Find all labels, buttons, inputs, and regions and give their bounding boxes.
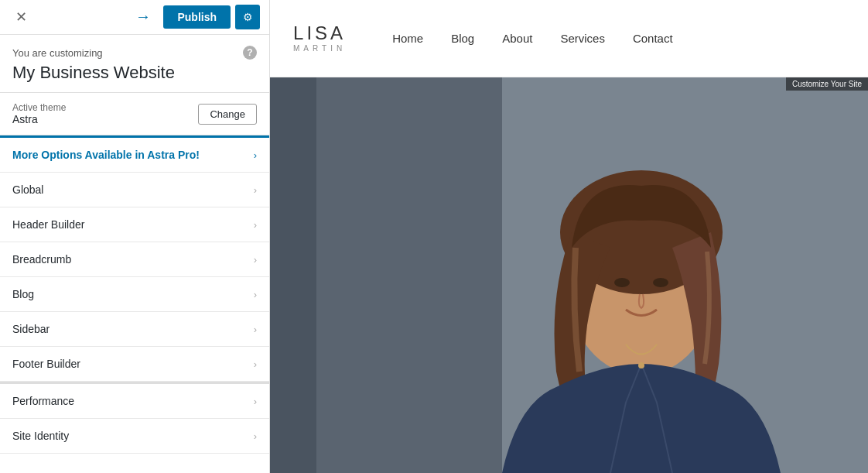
settings-button[interactable]: ⚙ xyxy=(235,5,260,29)
chevron-right-icon: › xyxy=(254,289,257,300)
right-panel: LISA MARTIN HomeBlogAboutServicesContact xyxy=(270,0,868,473)
menu-list: More Options Available in Astra Pro!›Glo… xyxy=(0,135,269,473)
chevron-right-icon: › xyxy=(254,219,257,231)
svg-point-8 xyxy=(653,278,668,287)
left-panel: ✕ → Publish ⚙ You are customizing ? My B… xyxy=(0,0,270,473)
website-mockup: LISA MARTIN HomeBlogAboutServicesContact xyxy=(270,0,868,473)
nav-links: HomeBlogAboutServicesContact xyxy=(392,32,672,45)
gear-icon: ⚙ xyxy=(243,11,253,23)
menu-item-global[interactable]: Global› xyxy=(0,173,269,207)
top-bar: ✕ → Publish ⚙ xyxy=(0,0,269,35)
menu-item-performance[interactable]: Performance› xyxy=(0,382,269,419)
active-theme-info: Active theme Astra xyxy=(12,102,66,125)
active-theme-section: Active theme Astra Change xyxy=(0,93,269,135)
customizing-text: You are customizing xyxy=(12,47,103,59)
menu-item-header-builder[interactable]: Header Builder› xyxy=(0,207,269,242)
nav-link-home[interactable]: Home xyxy=(392,32,423,45)
menu-item-footer-builder[interactable]: Footer Builder› xyxy=(0,347,269,382)
nav-link-blog[interactable]: Blog xyxy=(451,32,474,45)
active-theme-label: Active theme xyxy=(12,102,66,113)
nav-link-about[interactable]: About xyxy=(502,32,532,45)
menu-item-label: Sidebar xyxy=(12,323,50,335)
menu-item-site-identity[interactable]: Site Identity› xyxy=(0,419,269,454)
menu-item-breadcrumb[interactable]: Breadcrumb› xyxy=(0,242,269,277)
customizing-section: You are customizing ? My Business Websit… xyxy=(0,35,269,93)
close-icon: ✕ xyxy=(15,9,27,25)
active-theme-name: Astra xyxy=(12,113,66,125)
hero-area: Customize Your Site xyxy=(270,77,868,473)
menu-item-label: Site Identity xyxy=(12,430,69,442)
chevron-right-icon: › xyxy=(254,396,257,407)
menu-item-more-options-available-in-astra-pro[interactable]: More Options Available in Astra Pro!› xyxy=(0,138,269,173)
svg-rect-2 xyxy=(270,77,316,473)
site-title: My Business Website xyxy=(12,63,257,83)
chevron-right-icon: › xyxy=(254,358,257,370)
menu-item-label: Global xyxy=(12,183,43,196)
menu-item-sidebar[interactable]: Sidebar› xyxy=(0,312,269,347)
svg-point-9 xyxy=(638,362,644,368)
site-tooltip: Customize Your Site xyxy=(786,77,868,91)
site-nav: LISA MARTIN HomeBlogAboutServicesContact xyxy=(270,0,868,77)
publish-button[interactable]: Publish xyxy=(163,5,231,29)
arrow-indicator: → xyxy=(135,8,151,26)
menu-item-blog[interactable]: Blog› xyxy=(0,277,269,312)
customizing-label: You are customizing ? xyxy=(12,46,257,60)
top-bar-right: Publish ⚙ xyxy=(163,5,260,29)
menu-item-label: More Options Available in Astra Pro! xyxy=(12,149,200,161)
menu-item-label: Blog xyxy=(12,288,34,300)
chevron-right-icon: › xyxy=(254,324,257,335)
hero-person-image xyxy=(270,77,868,473)
change-theme-button[interactable]: Change xyxy=(198,104,257,125)
menu-item-label: Header Builder xyxy=(12,218,84,231)
help-icon[interactable]: ? xyxy=(243,46,257,60)
menu-item-label: Footer Builder xyxy=(12,358,80,370)
chevron-right-icon: › xyxy=(254,430,257,442)
close-button[interactable]: ✕ xyxy=(9,7,33,27)
chevron-right-icon: › xyxy=(254,149,257,161)
site-logo: LISA MARTIN xyxy=(293,24,346,53)
menu-item-label: Breadcrumb xyxy=(12,253,71,266)
nav-link-contact[interactable]: Contact xyxy=(633,32,673,45)
chevron-right-icon: › xyxy=(254,184,257,196)
nav-link-services[interactable]: Services xyxy=(560,32,605,45)
logo-sub: MARTIN xyxy=(293,44,346,53)
chevron-right-icon: › xyxy=(254,254,257,266)
svg-point-7 xyxy=(614,278,630,287)
logo-name: LISA xyxy=(293,24,346,43)
menu-item-label: Performance xyxy=(12,395,74,407)
